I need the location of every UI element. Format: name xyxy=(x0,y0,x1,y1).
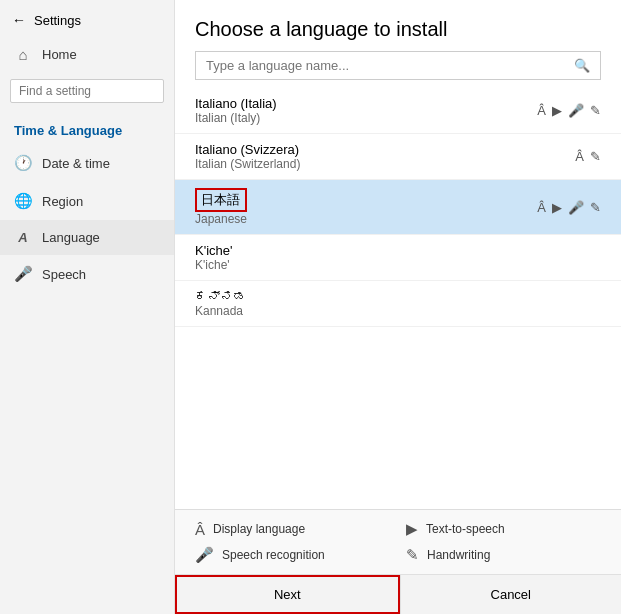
language-list: Italiano (Italia) Italian (Italy) Â ▶ 🎤… xyxy=(175,88,621,509)
find-setting-box[interactable] xyxy=(10,79,164,103)
lang-subname: Italian (Switzerland) xyxy=(195,157,300,171)
lang-name: ಕನ್ನಡ xyxy=(195,289,246,304)
cancel-button[interactable]: Cancel xyxy=(400,575,622,614)
lang-subname: Kannada xyxy=(195,304,246,318)
font-icon: Â xyxy=(537,200,546,215)
text-to-speech-icon: ▶ xyxy=(406,520,418,538)
sidebar-item-home[interactable]: ⌂ Home xyxy=(0,36,174,73)
mic-icon: 🎤 xyxy=(568,200,584,215)
lang-subname: Japanese xyxy=(195,212,247,226)
lang-info: 日本語 Japanese xyxy=(195,188,247,226)
lang-name: Italiano (Svizzera) xyxy=(195,142,300,157)
date-time-icon: 🕐 xyxy=(14,154,32,172)
pen-icon: ✎ xyxy=(590,103,601,118)
sidebar-title-label: Settings xyxy=(34,13,81,28)
monitor-icon: ▶ xyxy=(552,200,562,215)
mic-icon: 🎤 xyxy=(568,103,584,118)
main-header: Choose a language to install xyxy=(175,0,621,51)
list-item[interactable]: ಕನ್ನಡ Kannada xyxy=(175,281,621,327)
text-to-speech-label: Text-to-speech xyxy=(426,522,505,536)
lang-name: Italiano (Italia) xyxy=(195,96,277,111)
install-option-display-language: Â Display language xyxy=(195,520,390,538)
list-item[interactable]: K'iche' K'iche' xyxy=(175,235,621,281)
home-icon: ⌂ xyxy=(14,46,32,63)
language-icon: A xyxy=(14,230,32,245)
search-icon: 🔍 xyxy=(574,58,590,73)
font-icon: Â xyxy=(575,149,584,164)
page-title: Choose a language to install xyxy=(195,18,447,40)
lang-name: K'iche' xyxy=(195,243,232,258)
sidebar-item-region-label: Region xyxy=(42,194,83,209)
list-item[interactable]: Italiano (Italia) Italian (Italy) Â ▶ 🎤… xyxy=(175,88,621,134)
lang-info: K'iche' K'iche' xyxy=(195,243,232,272)
language-search-box[interactable]: 🔍 xyxy=(195,51,601,80)
list-item[interactable]: Italiano (Svizzera) Italian (Switzerland… xyxy=(175,134,621,180)
display-language-icon: Â xyxy=(195,521,205,538)
lang-feature-icons: Â ▶ 🎤 ✎ xyxy=(537,200,601,215)
speech-icon: 🎤 xyxy=(14,265,32,283)
font-icon: Â xyxy=(537,103,546,118)
sidebar-item-home-label: Home xyxy=(42,47,77,62)
monitor-icon: ▶ xyxy=(552,103,562,118)
install-option-handwriting: ✎ Handwriting xyxy=(406,546,601,564)
lang-info: Italiano (Svizzera) Italian (Switzerland… xyxy=(195,142,300,171)
lang-info: ಕನ್ನಡ Kannada xyxy=(195,289,246,318)
lang-info: Italiano (Italia) Italian (Italy) xyxy=(195,96,277,125)
install-option-text-to-speech: ▶ Text-to-speech xyxy=(406,520,601,538)
sidebar-item-language[interactable]: A Language xyxy=(0,220,174,255)
speech-recognition-icon: 🎤 xyxy=(195,546,214,564)
sidebar-item-speech-label: Speech xyxy=(42,267,86,282)
pen-icon: ✎ xyxy=(590,149,601,164)
handwriting-icon: ✎ xyxy=(406,546,419,564)
speech-recognition-label: Speech recognition xyxy=(222,548,325,562)
list-item-japanese[interactable]: 日本語 Japanese Â ▶ 🎤 ✎ xyxy=(175,180,621,235)
back-icon[interactable]: ← xyxy=(12,12,26,28)
lang-subname: Italian (Italy) xyxy=(195,111,277,125)
language-search-input[interactable] xyxy=(206,58,568,73)
sidebar-item-language-label: Language xyxy=(42,230,100,245)
sidebar-item-speech[interactable]: 🎤 Speech xyxy=(0,255,174,293)
bottom-buttons: Next Cancel xyxy=(175,574,621,614)
sidebar-item-date-time-label: Date & time xyxy=(42,156,110,171)
region-icon: 🌐 xyxy=(14,192,32,210)
display-language-label: Display language xyxy=(213,522,305,536)
sidebar-header: ← Settings xyxy=(0,0,174,36)
next-button[interactable]: Next xyxy=(175,575,400,614)
lang-subname: K'iche' xyxy=(195,258,232,272)
install-option-speech-recognition: 🎤 Speech recognition xyxy=(195,546,390,564)
lang-feature-icons: Â ▶ 🎤 ✎ xyxy=(537,103,601,118)
find-setting-input[interactable] xyxy=(19,84,155,98)
lang-feature-icons: Â ✎ xyxy=(575,149,601,164)
lang-name: 日本語 xyxy=(195,188,247,212)
main-content: Choose a language to install 🔍 Italiano … xyxy=(175,0,621,614)
sidebar-item-region[interactable]: 🌐 Region xyxy=(0,182,174,220)
install-options-panel: Â Display language ▶ Text-to-speech 🎤 S… xyxy=(175,509,621,574)
sidebar: ← Settings ⌂ Home Time & Language 🕐 Date… xyxy=(0,0,175,614)
sidebar-item-date-time[interactable]: 🕐 Date & time xyxy=(0,144,174,182)
time-language-section: Time & Language xyxy=(0,113,174,144)
handwriting-label: Handwriting xyxy=(427,548,490,562)
pen-icon: ✎ xyxy=(590,200,601,215)
